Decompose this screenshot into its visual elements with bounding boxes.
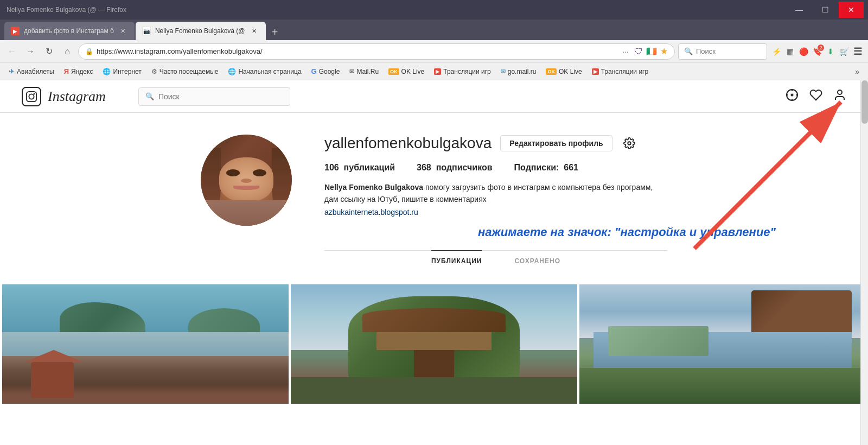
pocket-icon[interactable]: 🛡 <box>634 47 643 56</box>
bookmark-home[interactable]: 🌐 Начальная страница <box>224 66 305 77</box>
url-text: https://www.instagram.com/yallenfomenkob… <box>97 47 617 55</box>
page-content: Instagram 🔍 <box>0 80 868 445</box>
forward-button[interactable]: → <box>23 44 38 59</box>
ig-compass-icon[interactable] <box>786 88 799 105</box>
refresh-button[interactable]: ↻ <box>41 44 56 59</box>
title-bar-buttons: — ☐ ✕ <box>787 2 864 18</box>
flag-icon: 🇮🇪 <box>646 46 657 56</box>
svg-point-10 <box>628 142 631 145</box>
followers-label: подписчиков <box>436 163 493 172</box>
bio-name: Nellya Fomenko Bulgakova <box>324 183 423 192</box>
photo-item-1[interactable] <box>2 284 289 404</box>
bookmark-aviabilety-label: Авиабилеты <box>17 68 54 75</box>
bookmark-yandex[interactable]: Я Яндекс <box>60 66 98 77</box>
home-button[interactable]: ⌂ <box>60 44 75 59</box>
bookmark-aviabilety-icon: ✈ <box>9 67 15 75</box>
bookmark-frequent-icon: ⚙ <box>151 68 157 75</box>
ext-icon-4[interactable]: 🔖 2 <box>811 46 823 58</box>
url-more-icon[interactable]: ··· <box>622 47 629 56</box>
bookmark-mailru-label: Mail.Ru <box>356 68 379 75</box>
bookmark-translyacii-1[interactable]: ▶ Трансляции игр <box>430 66 495 77</box>
bookmarks-more[interactable]: » <box>851 67 864 76</box>
annotation-container: нажимаете на значок: "настройка и управл… <box>324 225 776 239</box>
profile-avatar <box>201 135 292 226</box>
photo-grid <box>0 284 868 404</box>
tab-2[interactable]: 📷 Nellya Fomenko Bulgakova (@ ✕ <box>136 22 266 40</box>
instagram-logo-icon <box>22 87 41 106</box>
svg-point-2 <box>34 93 35 94</box>
bookmark-mailru-icon: ✉ <box>349 68 354 75</box>
svg-point-4 <box>792 94 793 96</box>
svg-rect-0 <box>27 91 36 101</box>
scrollbar[interactable] <box>860 80 868 445</box>
bookmark-aviabilety[interactable]: ✈ Авиабилеты <box>4 66 59 77</box>
edit-profile-button[interactable]: Редактировать профиль <box>500 135 612 151</box>
bookmark-star-icon[interactable]: ★ <box>660 46 668 56</box>
tab-1-title: добавить фото в Инстаграм б <box>24 27 114 35</box>
following-label: Подписки: <box>514 163 559 172</box>
url-bar[interactable]: 🔒 https://www.instagram.com/yallenfomenk… <box>78 43 675 60</box>
bookmark-internet-label: Интернет <box>113 68 141 75</box>
ig-search-input[interactable] <box>158 92 283 101</box>
ext-icon-5[interactable]: ⬇ <box>825 46 837 58</box>
photo-item-3[interactable] <box>579 284 866 404</box>
maximize-button[interactable]: ☐ <box>813 2 838 18</box>
instagram-search-bar[interactable]: 🔍 <box>138 87 290 106</box>
close-button[interactable]: ✕ <box>839 2 864 18</box>
ext-icon-2[interactable]: ▦ <box>784 46 796 58</box>
profile-settings-icon[interactable] <box>621 135 637 151</box>
bookmark-gomail[interactable]: ✉ go.mail.ru <box>496 66 541 77</box>
title-bar-text: Nellya Fomenko Bulgakova (@ — Firefox <box>7 6 126 14</box>
bio-link[interactable]: azbukainterneta.blogspot.ru <box>324 208 667 217</box>
bookmarks-bar: ✈ Авиабилеты Я Яндекс 🌐 Интернет ⚙ Часто… <box>0 63 868 80</box>
ext-icon-1[interactable]: ⚡ <box>770 46 782 58</box>
followers-count: 368 <box>417 163 431 172</box>
bookmark-home-icon: 🌐 <box>228 68 236 75</box>
tab-1-close[interactable]: ✕ <box>118 26 128 36</box>
bookmark-translyacii-2-label: Трансляции игр <box>601 68 649 75</box>
bookmark-translyacii-1-icon: ▶ <box>434 68 441 75</box>
bookmark-ok-live-2[interactable]: OK OK Live <box>541 66 586 77</box>
bookmark-mailru[interactable]: ✉ Mail.Ru <box>345 66 383 77</box>
lock-icon: 🔒 <box>85 48 93 55</box>
bookmark-ok-live-2-label: OK Live <box>559 68 582 75</box>
ext-icon-6[interactable]: 🛒 <box>838 46 850 58</box>
stat-posts: 106 публикаций <box>324 163 395 173</box>
bookmark-google-icon: G <box>311 67 317 75</box>
bookmark-google[interactable]: G Google <box>307 66 344 77</box>
tab-saved[interactable]: СОХРАНЕНО <box>514 250 560 271</box>
profile-username: yallenfomenkobulgakova <box>324 135 492 152</box>
profile-stats: 106 публикаций 368 подписчиков Подписки:… <box>324 163 667 173</box>
new-tab-button[interactable]: + <box>267 24 283 40</box>
address-bar: ← → ↻ ⌂ 🔒 https://www.instagram.com/yall… <box>0 40 868 63</box>
bookmark-translyacii-1-label: Трансляции игр <box>443 68 491 75</box>
browser-search-bar[interactable]: 🔍 <box>678 43 767 60</box>
back-button[interactable]: ← <box>4 44 20 59</box>
bookmark-home-label: Начальная страница <box>238 68 301 75</box>
bookmark-ok-live-1-icon: OK <box>388 68 399 75</box>
profile-section: yallenfomenkobulgakova Редактировать про… <box>190 113 678 282</box>
svg-point-9 <box>838 90 842 94</box>
ig-heart-icon[interactable] <box>809 88 822 105</box>
bookmark-ok-live-2-icon: OK <box>546 68 557 75</box>
menu-button[interactable]: ☰ <box>852 46 864 58</box>
tab-2-favicon: 📷 <box>142 27 151 35</box>
bookmark-internet[interactable]: 🌐 Интернет <box>98 66 145 77</box>
bookmark-gomail-icon: ✉ <box>501 68 506 75</box>
profile-avatar-area <box>201 135 292 226</box>
bookmark-translyacii-2[interactable]: ▶ Трансляции игр <box>588 66 653 77</box>
bookmark-ok-live-1[interactable]: OK OK Live <box>384 66 429 77</box>
ig-search-icon: 🔍 <box>145 92 154 100</box>
browser-search-input[interactable] <box>696 47 761 55</box>
scrollbar-thumb[interactable] <box>861 80 868 124</box>
minimize-button[interactable]: — <box>787 2 812 18</box>
profile-info: yallenfomenkobulgakova Редактировать про… <box>324 135 667 271</box>
tab-publications[interactable]: ПУБЛИКАЦИИ <box>431 250 482 271</box>
tab-1[interactable]: ▶ добавить фото в Инстаграм б ✕ <box>4 22 135 40</box>
tab-2-close[interactable]: ✕ <box>250 26 259 36</box>
ext-icon-3[interactable]: 🔴 <box>797 46 809 58</box>
bookmark-frequent[interactable]: ⚙ Часто посещаемые <box>147 66 223 77</box>
photo-item-2[interactable] <box>291 284 577 404</box>
instagram-logo-area: Instagram <box>22 87 106 106</box>
ig-profile-icon[interactable] <box>833 88 846 105</box>
